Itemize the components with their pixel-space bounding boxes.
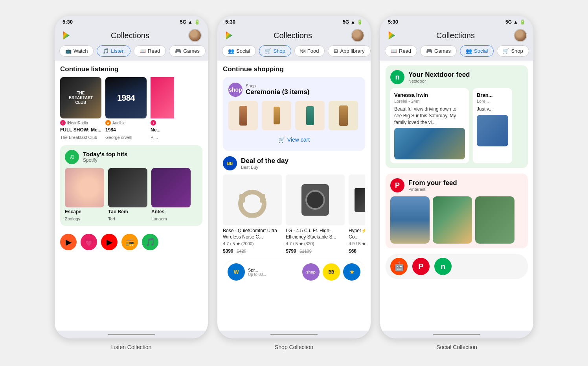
app-iheartradio[interactable]: 💗 bbox=[81, 234, 97, 250]
bottle-1 bbox=[239, 106, 247, 126]
tab-shop-2[interactable]: 🛒 Shop bbox=[259, 45, 291, 57]
tab-games-1[interactable]: 🎮 Games bbox=[169, 45, 206, 57]
products-row bbox=[228, 101, 360, 130]
walmart-icon[interactable]: W bbox=[228, 263, 245, 281]
status-bar-1: 5:30 5G ▲ 🔋 bbox=[55, 16, 208, 26]
reddit-icon[interactable]: 🤖 bbox=[390, 258, 408, 275]
music-card-tao[interactable]: Tão Bem Tori bbox=[108, 168, 147, 222]
tab-shop-3[interactable]: 🛒 Shop bbox=[497, 45, 529, 57]
tab-listen-label: Listen bbox=[111, 48, 125, 54]
tab-social-label-3: Social bbox=[474, 48, 488, 54]
home-bar-1 bbox=[108, 334, 155, 335]
breakfast-source-row: i iHeartRadio bbox=[60, 120, 101, 126]
header-title-1: Collections bbox=[111, 31, 149, 40]
lg-rating: 4.7 / 5 ★ (320) bbox=[286, 241, 345, 246]
app-spotify[interactable]: 🎵 bbox=[142, 234, 158, 250]
pinterest-section: P From your feed Pinterest bbox=[386, 174, 528, 248]
shopify-dock-icon[interactable]: shop bbox=[302, 263, 320, 281]
social-bottom-dock: 🤖 P n bbox=[386, 254, 528, 279]
audible-dot: A bbox=[105, 120, 111, 126]
tab-watch[interactable]: 📺 Watch bbox=[59, 45, 94, 57]
view-cart-button[interactable]: 🛒 View cart bbox=[228, 134, 360, 145]
tab-shop-label-2: Shop bbox=[273, 48, 285, 54]
media-card-partial[interactable]: i Ne... Pl... bbox=[151, 77, 174, 140]
lg-name: LG - 4.5 Cu. Ft. High-Efficiency Stackab… bbox=[286, 228, 345, 240]
product-4[interactable] bbox=[329, 101, 358, 130]
shop-icon-3: 🛒 bbox=[503, 48, 509, 54]
status-icons-1: 5G ▲ 🔋 bbox=[180, 19, 200, 25]
google-play-logo-2 bbox=[224, 30, 235, 41]
google-play-logo-1 bbox=[61, 30, 72, 41]
tab-read-3[interactable]: 📖 Read bbox=[385, 45, 417, 57]
tabs-row-3: 📖 Read 🎮 Games 👥 Social 🛒 Shop bbox=[380, 45, 533, 61]
avatar-2[interactable] bbox=[351, 29, 364, 42]
lg-thumb bbox=[286, 174, 345, 226]
avatar-3[interactable] bbox=[514, 29, 527, 42]
app-header-3: Collections bbox=[380, 26, 533, 45]
pinterest-dock-icon[interactable]: P bbox=[412, 258, 430, 275]
partial-sub: Pl... bbox=[151, 135, 174, 140]
bottle-3 bbox=[306, 106, 314, 125]
partial-source-row: i bbox=[151, 120, 174, 126]
app-header-2: Collections bbox=[217, 26, 371, 45]
deal-card-bose[interactable]: Bose - QuietComfort Ultra Wireless Noise… bbox=[223, 174, 282, 254]
pin-img-1[interactable] bbox=[390, 196, 430, 244]
home-indicator-2 bbox=[217, 331, 371, 338]
tab-applibrary-2[interactable]: ⊞ App library bbox=[328, 45, 370, 57]
tab-read-1[interactable]: 📖 Read bbox=[134, 45, 166, 57]
tab-listen[interactable]: 🎵 Listen bbox=[97, 45, 130, 57]
breakfast-thumb: THEBREAKFASTCLUB bbox=[60, 77, 101, 118]
tab-food-2[interactable]: 🍽 Food bbox=[294, 45, 325, 57]
deal-card-lg[interactable]: LG - 4.5 Cu. Ft. High-Efficiency Stackab… bbox=[286, 174, 345, 254]
shopify-icon: shop bbox=[229, 87, 242, 93]
deal-products-row: Bose - QuietComfort Ultra Wireless Noise… bbox=[223, 174, 365, 254]
play-icon-3 bbox=[386, 30, 397, 41]
tab-applibrary-label-2: App library bbox=[340, 48, 364, 54]
media-card-breakfast[interactable]: THEBREAKFASTCLUB i iHeartRadio FULL SHOW… bbox=[60, 77, 101, 140]
antes-artist: Lunaem bbox=[151, 216, 191, 221]
product-3[interactable] bbox=[295, 101, 325, 130]
phone3-label: Social Collection bbox=[436, 344, 477, 350]
tab-read-label-1: Read bbox=[148, 48, 160, 54]
app-youtube-music[interactable]: ▶ bbox=[60, 234, 77, 250]
svg-rect-4 bbox=[260, 194, 265, 203]
tao-artist: Tori bbox=[108, 216, 147, 221]
tab-games-3[interactable]: 🎮 Games bbox=[420, 45, 457, 57]
shopify-logo: shop bbox=[228, 83, 243, 97]
walmart-dock-label: ★ bbox=[349, 269, 355, 275]
phone1: 5:30 5G ▲ 🔋 bbox=[55, 16, 208, 338]
media-card-1984[interactable]: 1984 A Audible 1984 George orwell bbox=[105, 77, 147, 140]
hyper-shape bbox=[355, 188, 365, 212]
nextdoor-section: n Your Nextdoor feed Nextdoor Vanessa Ir… bbox=[386, 65, 528, 168]
bestbuy-dock-icon[interactable]: BB bbox=[323, 263, 340, 281]
music-card-escape[interactable]: Escape Zoology bbox=[65, 168, 104, 222]
tab-social-2[interactable]: 👥 Social bbox=[222, 45, 256, 57]
app-youtube[interactable]: ▶ bbox=[101, 234, 118, 250]
app-audible[interactable]: 📻 bbox=[121, 234, 138, 250]
tab-social-3[interactable]: 👥 Social bbox=[460, 45, 494, 57]
product-2[interactable] bbox=[262, 101, 291, 130]
deal-source: Best Buy bbox=[241, 165, 288, 170]
nextdoor-dock-icon[interactable]: n bbox=[434, 258, 452, 275]
walmart-dock-icon[interactable]: ★ bbox=[343, 263, 360, 281]
signal-icon-1: ▲ bbox=[188, 19, 193, 25]
social-icon-2: 👥 bbox=[228, 48, 234, 54]
music-card-antes[interactable]: Antes Lunaem bbox=[151, 168, 191, 222]
pin-img-2[interactable] bbox=[433, 196, 472, 244]
bose-price-row: $399 $429 bbox=[223, 247, 282, 254]
battery-icon-3: 🔋 bbox=[520, 19, 526, 25]
product-1[interactable] bbox=[228, 101, 258, 130]
deal-card-hyper[interactable]: Hyper⚡ 65% Co... 4.9 / 5 ★ $68 bbox=[349, 174, 365, 254]
continue-listening-title: Continue listening bbox=[60, 65, 202, 73]
read-icon-3: 📖 bbox=[391, 48, 397, 54]
nd-card-2[interactable]: Bran... Lore... Just v... bbox=[473, 88, 512, 163]
pinterest-logo: P bbox=[390, 178, 404, 192]
nd-user-2: Bran... bbox=[477, 92, 508, 98]
nd-card-1[interactable]: Vanessa Irwin Lorelei • 24m Beautiful vi… bbox=[390, 88, 469, 163]
pin-img-3[interactable] bbox=[475, 196, 514, 244]
phone2-content: Continue shopping shop Shop Ceremonia (3… bbox=[217, 61, 371, 331]
1984-source-row: A Audible bbox=[105, 120, 147, 126]
shop-icon-2: 🛒 bbox=[265, 48, 271, 54]
hyper-name: Hyper⚡ 65% Co... bbox=[349, 228, 365, 240]
avatar-1[interactable] bbox=[188, 29, 202, 42]
